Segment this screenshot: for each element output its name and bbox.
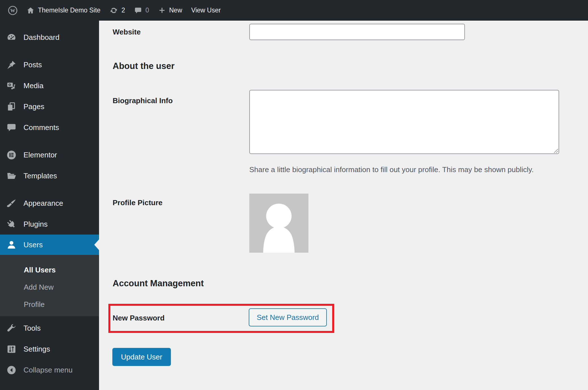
pin-icon <box>6 60 17 70</box>
sidebar-item-label: Plugins <box>23 220 48 229</box>
account-management-heading: Account Management <box>113 278 204 289</box>
sidebar-item-dashboard[interactable]: Dashboard <box>0 27 99 48</box>
wordpress-menu-button[interactable]: W <box>3 0 22 21</box>
folder-icon <box>6 171 17 181</box>
sidebar-item-comments[interactable]: Comments <box>0 117 99 138</box>
comments-button[interactable]: 0 <box>130 0 154 21</box>
users-submenu: All Users Add New Profile <box>0 255 99 316</box>
profile-picture-label: Profile Picture <box>113 198 162 207</box>
sliders-icon <box>6 344 17 354</box>
view-user-label: View User <box>191 6 221 14</box>
submenu-item-add-new[interactable]: Add New <box>0 279 99 296</box>
submenu-label: Profile <box>24 300 45 309</box>
biographical-info-label: Biographical Info <box>113 96 173 105</box>
site-name-link[interactable]: ThemeIsle Demo Site <box>22 0 105 21</box>
collapse-icon <box>6 365 17 375</box>
view-user-link[interactable]: View User <box>187 0 225 21</box>
submenu-label: All Users <box>24 266 56 274</box>
biographical-info-textarea[interactable] <box>249 90 559 154</box>
sidebar-item-label: Media <box>23 81 44 90</box>
sidebar-item-label: Tools <box>23 324 41 333</box>
admin-bar: W ThemeIsle Demo Site 2 0 <box>0 0 588 21</box>
media-icon <box>6 81 17 91</box>
sidebar-item-posts[interactable]: Posts <box>0 54 99 75</box>
sidebar-item-label: Pages <box>23 102 44 111</box>
sidebar-item-plugins[interactable]: Plugins <box>0 214 99 235</box>
elementor-icon <box>6 150 17 160</box>
plug-icon <box>6 219 17 229</box>
about-the-user-heading: About the user <box>113 61 175 71</box>
sidebar-item-label: Settings <box>23 345 50 354</box>
sidebar-item-tools[interactable]: Tools <box>0 318 99 339</box>
submenu-label: Add New <box>24 283 54 292</box>
sidebar-item-media[interactable]: Media <box>0 75 99 96</box>
profile-edit-content: Website About the user Biographical Info… <box>99 21 588 390</box>
set-new-password-button[interactable]: Set New Password <box>249 308 327 326</box>
sidebar-item-pages[interactable]: Pages <box>0 96 99 117</box>
updates-count: 2 <box>121 6 125 14</box>
sidebar-item-label: Elementor <box>23 151 57 159</box>
submenu-item-all-users[interactable]: All Users <box>0 261 99 279</box>
new-password-label: New Password <box>113 314 165 322</box>
sidebar-item-templates[interactable]: Templates <box>0 165 99 186</box>
sidebar-item-elementor[interactable]: Elementor <box>0 144 99 165</box>
sidebar-item-label: Posts <box>23 60 42 69</box>
sidebar-item-settings[interactable]: Settings <box>0 339 99 359</box>
sidebar-item-appearance[interactable]: Appearance <box>0 193 99 214</box>
sidebar-item-label: Comments <box>23 123 59 132</box>
sidebar-item-users[interactable]: Users <box>0 235 99 255</box>
dashboard-icon <box>6 32 17 43</box>
comment-icon <box>6 122 17 133</box>
avatar-placeholder-image <box>249 194 308 253</box>
admin-sidebar-menu: Dashboard Posts Media <box>0 21 99 390</box>
updates-icon <box>110 6 118 15</box>
update-user-button[interactable]: Update User <box>112 348 171 366</box>
bio-description-text: Share a little biographical information … <box>249 165 534 174</box>
comments-count: 0 <box>145 6 149 14</box>
user-icon <box>6 240 17 250</box>
pages-icon <box>6 101 17 112</box>
sidebar-item-label: Collapse menu <box>23 366 72 374</box>
sidebar-item-label: Dashboard <box>23 33 59 42</box>
wrench-icon <box>6 323 17 333</box>
sidebar-item-collapse-menu[interactable]: Collapse menu <box>0 359 99 380</box>
plus-icon <box>158 6 166 14</box>
new-content-button[interactable]: New <box>154 0 187 21</box>
new-label: New <box>169 6 182 14</box>
site-name-label: ThemeIsle Demo Site <box>38 6 100 14</box>
home-icon <box>27 6 35 14</box>
paintbrush-icon <box>6 198 17 209</box>
sidebar-item-label: Templates <box>23 172 57 180</box>
website-label: Website <box>113 28 141 36</box>
website-input[interactable] <box>249 24 465 40</box>
submenu-item-profile[interactable]: Profile <box>0 296 99 313</box>
wordpress-logo-icon: W <box>8 6 18 15</box>
sidebar-item-label: Appearance <box>23 199 63 208</box>
sidebar-item-label: Users <box>23 240 43 249</box>
comment-bubble-icon <box>134 6 142 14</box>
updates-button[interactable]: 2 <box>105 0 130 21</box>
svg-text:W: W <box>10 8 15 13</box>
